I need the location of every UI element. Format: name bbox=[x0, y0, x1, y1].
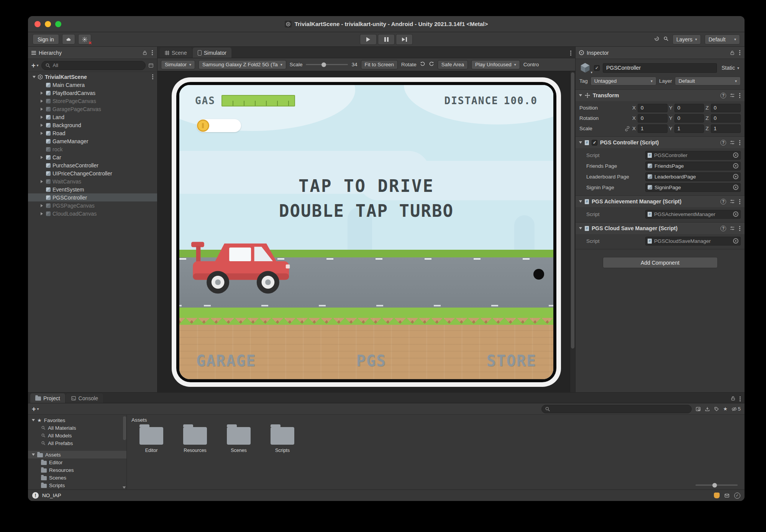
viewport-scrollbar[interactable] bbox=[570, 71, 575, 392]
tab-scene[interactable]: Scene bbox=[160, 47, 192, 58]
expand-icon[interactable] bbox=[41, 108, 43, 111]
layer-dropdown[interactable]: Default▾ bbox=[675, 77, 741, 85]
favorites-root[interactable]: ★Favorites bbox=[28, 416, 126, 424]
scale-slider[interactable] bbox=[306, 64, 348, 65]
add-component-button[interactable]: Add Component bbox=[603, 257, 718, 268]
hierarchy-item[interactable]: Land bbox=[28, 113, 157, 121]
search-in-panel-icon[interactable] bbox=[695, 406, 701, 412]
object-picker-icon[interactable] bbox=[733, 174, 738, 179]
foldout-icon[interactable] bbox=[579, 200, 582, 203]
expand-icon[interactable] bbox=[41, 212, 43, 215]
position-x-field[interactable]: 0 bbox=[638, 104, 668, 112]
step-button[interactable] bbox=[396, 34, 413, 45]
folder-tile-scenes[interactable]: Scenes bbox=[221, 427, 256, 453]
component-header[interactable]: ✓ PGS Controller (Script) ? bbox=[576, 137, 745, 148]
leaderboard-page-object-field[interactable]: LeaderboardPage bbox=[645, 172, 741, 181]
object-picker-icon[interactable] bbox=[733, 163, 738, 169]
presets-icon[interactable] bbox=[730, 140, 735, 145]
layers-dropdown[interactable]: Layers▾ bbox=[673, 34, 701, 44]
asset-import-icon[interactable] bbox=[705, 406, 710, 412]
collab-avatar-icon[interactable] bbox=[714, 493, 720, 498]
presets-icon[interactable] bbox=[730, 93, 735, 98]
favorites-star-icon[interactable]: ★ bbox=[723, 406, 728, 412]
expand-icon[interactable] bbox=[41, 116, 43, 119]
safe-area-button[interactable]: Safe Area bbox=[438, 60, 468, 69]
create-object-button[interactable]: +▾ bbox=[31, 62, 39, 69]
tree-folder[interactable]: Scripts bbox=[28, 481, 126, 489]
favorite-item[interactable]: All Prefabs bbox=[28, 439, 126, 447]
help-icon[interactable]: ? bbox=[720, 93, 726, 98]
component-header[interactable]: PGS Achievement Manager (Script) ? bbox=[576, 196, 745, 207]
device-dropdown[interactable]: Samsung Galaxy Z Fold2 5G (Ta▾ bbox=[198, 60, 286, 69]
hierarchy-menu-icon[interactable] bbox=[151, 49, 154, 56]
object-picker-icon[interactable] bbox=[733, 152, 738, 158]
favorite-item[interactable]: All Materials bbox=[28, 424, 126, 432]
foldout-icon[interactable] bbox=[579, 227, 582, 229]
tree-scrollbar[interactable] bbox=[123, 416, 126, 440]
help-icon[interactable]: ? bbox=[720, 199, 726, 205]
scale-x-field[interactable]: 1 bbox=[638, 124, 668, 133]
rotate-cw-icon[interactable] bbox=[429, 61, 434, 68]
scale-y-field[interactable]: 1 bbox=[674, 124, 704, 133]
expand-icon[interactable] bbox=[41, 92, 43, 95]
undo-history-icon[interactable] bbox=[654, 36, 659, 43]
scene-menu-icon[interactable] bbox=[151, 74, 154, 80]
expand-icon[interactable] bbox=[41, 124, 43, 127]
hierarchy-item[interactable]: PurchaseController bbox=[28, 161, 157, 169]
hidden-count[interactable]: 5 bbox=[732, 406, 741, 412]
layout-dropdown[interactable]: Default▾ bbox=[705, 34, 740, 44]
presets-icon[interactable] bbox=[730, 226, 735, 231]
component-menu-icon[interactable] bbox=[738, 198, 741, 205]
garage-button[interactable]: GARAGE bbox=[196, 352, 256, 370]
uniform-scale-link-icon[interactable] bbox=[625, 126, 630, 131]
component-header[interactable]: PGS Cloud Save Manager (Script) ? bbox=[576, 223, 745, 234]
pgs-button[interactable]: PGS bbox=[356, 352, 386, 370]
hierarchy-item[interactable]: GaragePageCanvas bbox=[28, 105, 157, 113]
assets-root[interactable]: Assets bbox=[28, 451, 126, 458]
coin-toggle[interactable] bbox=[197, 119, 241, 132]
inspector-menu-icon[interactable] bbox=[738, 49, 741, 56]
expand-icon[interactable] bbox=[41, 100, 43, 103]
position-y-field[interactable]: 0 bbox=[674, 104, 704, 112]
sign-in-button[interactable]: Sign in bbox=[33, 34, 59, 44]
enabled-checkbox[interactable]: ✓ bbox=[592, 140, 597, 146]
cloud-button[interactable] bbox=[62, 34, 75, 44]
position-z-field[interactable]: 0 bbox=[711, 104, 741, 112]
folder-tile-scripts[interactable]: Scripts bbox=[265, 427, 300, 453]
tab-simulator[interactable]: Simulator bbox=[193, 47, 231, 58]
thumbnail-zoom-slider[interactable] bbox=[695, 485, 738, 486]
play-unfocused-dropdown[interactable]: Play Unfocused▾ bbox=[471, 60, 520, 69]
project-menu-icon[interactable] bbox=[739, 396, 741, 402]
object-name-field[interactable]: PGSController bbox=[603, 63, 717, 73]
rotation-y-field[interactable]: 0 bbox=[674, 114, 704, 123]
message-icon[interactable] bbox=[724, 493, 730, 498]
component-menu-icon[interactable] bbox=[738, 225, 741, 232]
search-icon[interactable] bbox=[663, 36, 669, 43]
hierarchy-item[interactable]: GameManager bbox=[28, 137, 157, 145]
console-message-icon[interactable]: ! bbox=[32, 492, 39, 499]
store-button[interactable]: STORE bbox=[487, 352, 536, 370]
rotate-ccw-icon[interactable] bbox=[420, 61, 425, 68]
object-picker-icon[interactable] bbox=[733, 211, 738, 217]
friends-page-object-field[interactable]: FriendsPage bbox=[645, 162, 741, 170]
label-icon[interactable] bbox=[714, 406, 719, 412]
foldout-icon[interactable] bbox=[579, 94, 582, 97]
close-window-button[interactable] bbox=[34, 21, 41, 27]
hierarchy-search-input[interactable]: All bbox=[41, 61, 146, 70]
hierarchy-item[interactable]: Car bbox=[28, 153, 157, 161]
minimize-window-button[interactable] bbox=[45, 21, 51, 27]
object-picker-icon[interactable] bbox=[733, 238, 738, 244]
game-screen[interactable]: GAS DISTANCE 100.0 TAP TO D bbox=[179, 85, 553, 379]
object-picker-icon[interactable] bbox=[733, 185, 738, 190]
scale-z-field[interactable]: 1 bbox=[711, 124, 741, 133]
foldout-icon[interactable] bbox=[32, 453, 35, 456]
scroll-down-icon[interactable] bbox=[123, 486, 126, 489]
zoom-window-button[interactable] bbox=[55, 21, 61, 27]
create-asset-button[interactable]: +▾ bbox=[32, 406, 39, 413]
script-object-field[interactable]: PGSController bbox=[645, 151, 741, 160]
project-search-input[interactable] bbox=[541, 405, 692, 413]
foldout-icon[interactable] bbox=[32, 419, 35, 421]
tree-folder[interactable]: Scenes bbox=[28, 474, 126, 481]
presets-icon[interactable] bbox=[730, 199, 735, 204]
script-object-field[interactable]: PGSCloudSaveManager bbox=[645, 237, 741, 246]
